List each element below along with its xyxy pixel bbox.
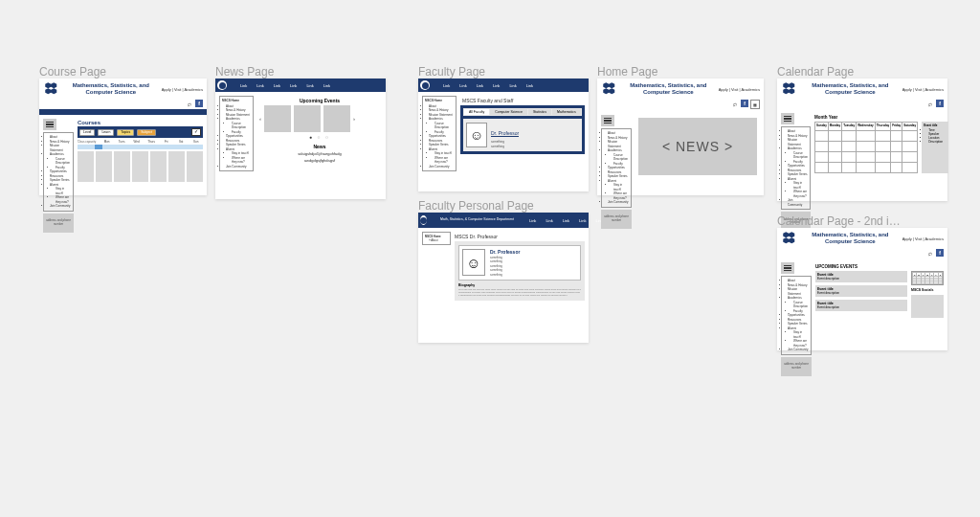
socials-box bbox=[911, 295, 944, 318]
side-menu[interactable]: AboutNews & HistoryMission Statement Aca… bbox=[781, 126, 811, 210]
nav-bar: LinkLinkLinkLinkLinkLink bbox=[418, 79, 589, 92]
nav-link[interactable]: Link bbox=[256, 83, 263, 88]
frame-title-course: Course Page bbox=[39, 65, 106, 79]
events-carousel: ‹ › bbox=[257, 105, 382, 132]
nav-link[interactable]: Link bbox=[477, 83, 483, 88]
event-item[interactable]: Event titleEvent description bbox=[815, 285, 907, 297]
calendar-grid[interactable]: SundayMondayTuesdayWednesdayThursdayFrid… bbox=[814, 122, 918, 173]
bio-heading: Biography bbox=[458, 283, 581, 287]
facebook-icon[interactable]: f bbox=[195, 100, 203, 107]
nav-link[interactable]: Link bbox=[240, 83, 247, 88]
frame-faculty-page[interactable]: LinkLinkLinkLinkLinkLink MSCS Home About… bbox=[418, 79, 589, 191]
search-icon[interactable]: ⌕ bbox=[926, 249, 934, 257]
filter-subject[interactable]: Subject bbox=[137, 129, 156, 136]
event-thumb[interactable] bbox=[264, 105, 291, 132]
bio-text: hs d shd sifh sdf sdif sdif hsdif hsdif … bbox=[458, 288, 581, 297]
event-popup: Event title TimeSpeakerLocationDescripti… bbox=[922, 122, 948, 173]
tab-stats[interactable]: Statistics bbox=[528, 109, 551, 115]
faculty-heading: MSCS Faculty and Staff bbox=[462, 98, 585, 103]
professor-name[interactable]: Dr. Professor bbox=[491, 130, 519, 137]
search-icon[interactable]: ⌕ bbox=[731, 100, 739, 107]
nav-link[interactable]: Link bbox=[509, 83, 516, 88]
nav-bar: LinkLinkLinkLinkLinkLink bbox=[215, 79, 386, 92]
portrait-placeholder: ☺ bbox=[462, 249, 485, 276]
event-thumb[interactable] bbox=[294, 105, 321, 132]
frame-news-page[interactable]: LinkLinkLinkLinkLinkLink MSCS Home About… bbox=[215, 79, 386, 199]
header: Mathematics, Statistics, and Computer Sc… bbox=[39, 79, 207, 100]
month-year: Month Year bbox=[814, 115, 948, 120]
frame-faculty-personal[interactable]: Math, Statistics, & Computer Science Dep… bbox=[418, 213, 589, 343]
upcoming-heading: Upcoming Events bbox=[257, 98, 382, 103]
frame-home-page[interactable]: Mathematics, Statistics, and Computer Sc… bbox=[597, 79, 764, 195]
news-heading: News bbox=[257, 144, 382, 149]
news-hero[interactable]: < NEWS > bbox=[638, 118, 757, 175]
hamburger-icon[interactable] bbox=[781, 113, 794, 124]
top-links[interactable]: Apply | Visit | Academics bbox=[162, 87, 203, 92]
nav-link[interactable]: Link bbox=[526, 83, 533, 88]
class-capacity-label: Class capacity bbox=[78, 140, 96, 144]
frame-course-page[interactable]: Mathematics, Statistics, and Computer Sc… bbox=[39, 79, 207, 195]
tab-math[interactable]: Mathematics bbox=[552, 109, 581, 115]
filter-topics[interactable]: Topics bbox=[117, 129, 134, 136]
facebook-icon[interactable]: f bbox=[936, 100, 944, 107]
filter-bar: Level Learn Topics Subject ✓ bbox=[78, 126, 203, 138]
tab-cs[interactable]: Computer Science bbox=[490, 109, 527, 115]
institution-logo bbox=[601, 80, 618, 98]
nav-link[interactable]: Link bbox=[290, 83, 297, 88]
search-icon[interactable]: ⌕ bbox=[926, 100, 934, 107]
nav-link[interactable]: Link bbox=[493, 83, 500, 88]
address-box: address and phone number bbox=[43, 214, 74, 233]
side-menu[interactable]: AboutNews & HistoryMission Statement Aca… bbox=[43, 132, 74, 212]
event-item[interactable]: Event titleEvent description bbox=[815, 271, 907, 282]
faculty-tabs: All Faculty Computer Science Statistics … bbox=[463, 108, 582, 116]
side-menu[interactable]: MSCS Home AboutNews & HistoryMission Sta… bbox=[219, 96, 254, 171]
event-thumb[interactable] bbox=[323, 105, 350, 132]
facebook-icon[interactable]: f bbox=[936, 249, 944, 257]
nav-link[interactable]: Link bbox=[459, 83, 466, 88]
logo-round bbox=[217, 80, 227, 90]
personal-heading: MSCS Dr. Professor bbox=[455, 234, 585, 239]
side-menu[interactable]: AboutNews & HistoryMission Statement Aca… bbox=[601, 128, 632, 208]
nav-bar: Math, Statistics, & Computer Science Dep… bbox=[418, 213, 589, 228]
carousel-next-icon[interactable]: › bbox=[353, 116, 355, 122]
nav-link[interactable]: Link bbox=[443, 83, 450, 88]
time-slider[interactable] bbox=[78, 145, 203, 149]
side-menu[interactable]: MSCS Home AboutNews & HistoryMission Sta… bbox=[422, 96, 457, 171]
filter-level[interactable]: Level bbox=[79, 129, 95, 136]
nav-link[interactable]: Link bbox=[323, 83, 330, 88]
hamburger-icon[interactable] bbox=[43, 119, 56, 130]
search-icon[interactable]: ⌕ bbox=[186, 100, 193, 107]
mini-calendar[interactable]: SMTWTFS bbox=[911, 271, 944, 285]
courses-heading: Courses bbox=[78, 120, 203, 125]
faculty-card[interactable]: ☺ Dr. Professor something something bbox=[463, 119, 582, 151]
hamburger-icon[interactable] bbox=[601, 115, 614, 126]
carousel-prev-icon[interactable]: ‹ bbox=[259, 116, 261, 122]
institution-logo bbox=[781, 80, 798, 98]
filter-learn[interactable]: Learn bbox=[98, 129, 114, 136]
carousel-dots[interactable]: ● ○ ○ bbox=[257, 134, 382, 140]
upcoming-heading: UPCOMING EVENTS bbox=[815, 264, 944, 269]
course-columns bbox=[78, 151, 203, 182]
frame-title-faculty-pp: Faculty Personal Page bbox=[418, 199, 534, 213]
calendar-icon[interactable]: ▦ bbox=[750, 100, 760, 109]
detail-card: ☺ Dr. Professor something something some… bbox=[458, 245, 581, 281]
nav-link[interactable]: Link bbox=[274, 83, 280, 88]
frame-title-faculty: Faculty Page bbox=[418, 65, 485, 79]
dept-title: Mathematics, Statistics, and Computer Sc… bbox=[64, 82, 158, 95]
frame-title-calendar2: Calendar Page - 2nd i… bbox=[777, 214, 901, 228]
dept-short: Math, Statistics, & Computer Science Dep… bbox=[440, 218, 514, 222]
nav-link[interactable]: Link bbox=[306, 83, 313, 88]
professor-name: Dr. Professor bbox=[490, 249, 520, 255]
frame-calendar-page[interactable]: Mathematics, Statistics, and Computer Sc… bbox=[777, 79, 947, 201]
checkbox[interactable]: ✓ bbox=[191, 128, 201, 136]
frame-calendar-2[interactable]: Mathematics, Statistics, and Computer Sc… bbox=[777, 228, 947, 350]
side-menu[interactable]: AboutNews & HistoryMission Statement Aca… bbox=[781, 276, 812, 355]
facebook-icon[interactable]: f bbox=[741, 100, 748, 107]
frame-title-news: News Page bbox=[215, 65, 274, 79]
event-item[interactable]: Event titleEvent description bbox=[815, 300, 907, 311]
logo-round bbox=[420, 215, 427, 225]
institution-logo bbox=[781, 230, 798, 247]
tab-all[interactable]: All Faculty bbox=[464, 109, 489, 115]
hamburger-icon[interactable] bbox=[781, 262, 794, 274]
breadcrumb[interactable]: MSCS Home » About bbox=[422, 232, 451, 245]
